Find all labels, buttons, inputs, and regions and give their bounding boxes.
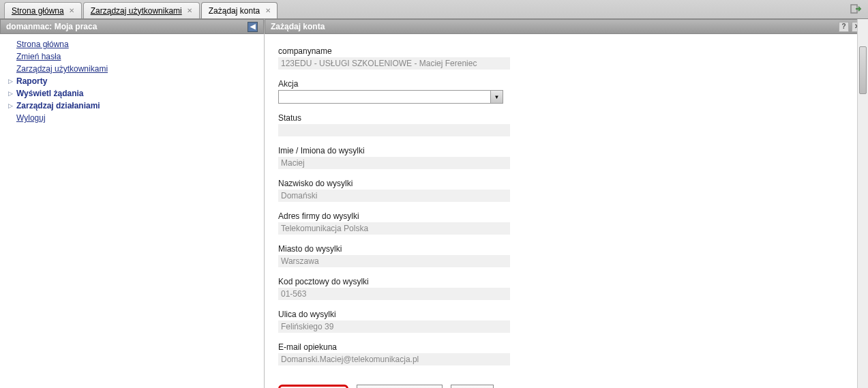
tab-request-account[interactable]: Zażądaj konta ✕ [201, 2, 278, 18]
chevron-right-icon: ▷ [8, 102, 15, 109]
button-row: Wyślij teraz Zaplanuj wysłanie Anuluj [278, 375, 854, 388]
schedule-send-button[interactable]: Zaplanuj wysłanie [357, 385, 442, 388]
field-postal-code: Kod pocztowy do wysylki 01-563 [278, 277, 578, 300]
scrollbar-thumb[interactable] [859, 46, 867, 94]
sidebar-item-label: Zarządzaj użytkownikami [16, 64, 108, 74]
field-label: Akcja [278, 79, 578, 89]
highlight-send-now: Wyślij teraz [278, 385, 348, 388]
sidebar-item-logout[interactable]: Wyloguj [0, 112, 264, 124]
content-body: companyname 123EDU - USŁUGI SZKOLENIOWE … [265, 34, 868, 388]
close-icon[interactable]: ✕ [264, 7, 271, 14]
field-value: 123EDU - USŁUGI SZKOLENIOWE - Maciej Fer… [278, 57, 510, 70]
sidebar-title: domanmac: Moja praca [6, 22, 97, 31]
field-label: Imie / Imiona do wysylki [278, 146, 578, 155]
field-value: Telekomunikacja Polska [278, 222, 510, 235]
field-label: Kod pocztowy do wysylki [278, 277, 578, 286]
field-value: Warszawa [278, 255, 510, 267]
content-panel: Zażądaj konta ? ✕ companyname 123EDU - U… [265, 19, 868, 388]
field-companyname: companyname 123EDU - USŁUGI SZKOLENIOWE … [278, 46, 578, 70]
akcja-select[interactable]: ▼ [278, 90, 503, 104]
field-email: E-mail opiekuna Domanski.Maciej@telekomu… [278, 342, 578, 365]
close-icon[interactable]: ✕ [68, 7, 76, 14]
sidebar-item-label: Strona główna [16, 40, 69, 49]
field-value: Domanski.Maciej@telekomunikacja.pl [278, 353, 510, 365]
field-label: companyname [278, 46, 578, 56]
sidebar-nav: Strona główna Zmień hasła Zarządzaj użyt… [0, 34, 264, 388]
sidebar-item-view-requests[interactable]: ▷ Wyświetl żądania [0, 87, 264, 100]
field-akcja: Akcja ▼ [278, 79, 578, 104]
sidebar-item-label: Zarządzaj działaniami [16, 101, 100, 110]
field-value [278, 124, 510, 136]
chevron-right-icon: ▷ [8, 90, 15, 97]
field-firstname: Imie / Imiona do wysylki Maciej [278, 146, 578, 169]
field-label: Nazwisko do wysylki [278, 179, 578, 188]
sidebar: domanmac: Moja praca ◀ Strona główna Zmi… [0, 19, 265, 388]
field-lastname: Nazwisko do wysylki Domański [278, 179, 578, 202]
field-label: Status [278, 113, 578, 123]
sidebar-item-label: Raporty [16, 76, 47, 86]
field-street: Ulica do wysylki Felińskiego 39 [278, 310, 578, 333]
field-value: Domański [278, 190, 510, 202]
logout-icon[interactable] [849, 2, 863, 16]
field-status: Status [278, 113, 578, 136]
vertical-scrollbar[interactable] [857, 19, 868, 388]
field-label: Adres firmy do wysylki [278, 211, 578, 221]
cancel-button[interactable]: Anuluj [451, 385, 494, 388]
sidebar-item-label: Wyświetl żądania [16, 89, 83, 98]
tab-label: Zarządzaj użytkownikami [91, 6, 182, 16]
sidebar-item-label: Wyloguj [16, 113, 46, 123]
tab-home[interactable]: Strona główna ✕ [4, 2, 82, 18]
tab-manage-users[interactable]: Zarządzaj użytkownikami ✕ [83, 2, 200, 18]
field-value: Maciej [278, 157, 510, 169]
close-icon[interactable]: ✕ [186, 7, 194, 14]
content-title: Zażądaj konta [271, 22, 325, 31]
field-value: 01-563 [278, 288, 510, 300]
field-label: Miasto do wysylki [278, 244, 578, 254]
tabs-bar: Strona główna ✕ Zarządzaj użytkownikami … [0, 0, 868, 19]
help-icon[interactable]: ? [839, 22, 849, 32]
sidebar-item-home[interactable]: Strona główna [0, 38, 264, 50]
content-header: Zażądaj konta ? ✕ [265, 19, 868, 34]
sidebar-item-change-password[interactable]: Zmień hasła [0, 50, 264, 63]
sidebar-item-manage-users[interactable]: Zarządzaj użytkownikami [0, 63, 264, 75]
field-value: Felińskiego 39 [278, 320, 510, 333]
tab-label: Zażądaj konta [209, 6, 260, 16]
field-label: Ulica do wysylki [278, 310, 578, 319]
tab-label: Strona główna [12, 6, 64, 16]
sidebar-header: domanmac: Moja praca ◀ [0, 19, 264, 34]
collapse-icon[interactable]: ◀ [248, 22, 258, 32]
field-label: E-mail opiekuna [278, 342, 578, 352]
field-company-address: Adres firmy do wysylki Telekomunikacja P… [278, 211, 578, 235]
field-city: Miasto do wysylki Warszawa [278, 244, 578, 267]
sidebar-item-manage-actions[interactable]: ▷ Zarządzaj działaniami [0, 100, 264, 112]
sidebar-item-label: Zmień hasła [16, 52, 61, 61]
chevron-right-icon: ▷ [8, 78, 15, 85]
sidebar-item-reports[interactable]: ▷ Raporty [0, 75, 264, 87]
chevron-down-icon[interactable]: ▼ [490, 91, 503, 103]
